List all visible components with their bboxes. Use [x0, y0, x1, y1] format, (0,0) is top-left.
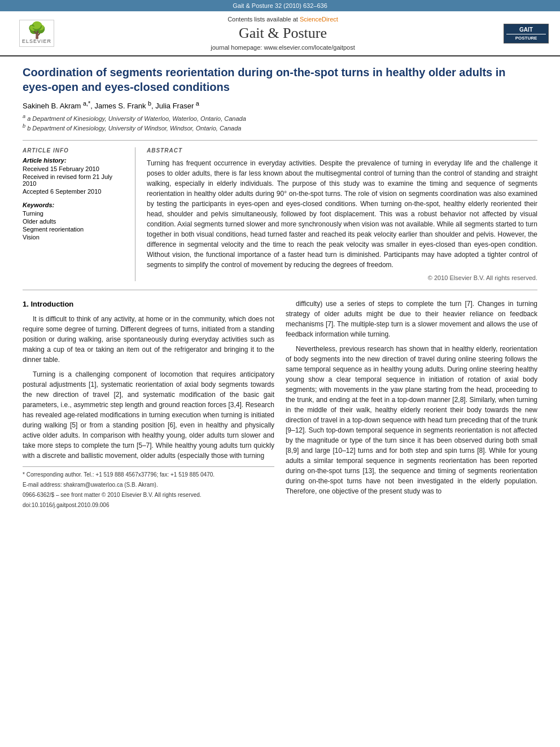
sciencedirect-line: Contents lists available at ScienceDirec… — [62, 16, 504, 23]
keyword-3: Segment reorientation — [23, 226, 126, 233]
copyright-line: © 2010 Elsevier B.V. All rights reserved… — [147, 274, 537, 281]
affiliations: a a Department of Kinesiology, Universit… — [23, 113, 537, 131]
body-para-1: It is difficult to think of any activity… — [23, 314, 274, 365]
homepage-text: journal homepage: www.elsevier.com/locat… — [211, 44, 355, 51]
body-columns: 1. Introduction It is difficult to think… — [23, 299, 537, 512]
journal-homepage: journal homepage: www.elsevier.com/locat… — [62, 44, 504, 51]
article-info-title: Article Info — [23, 147, 126, 154]
keywords-label: Keywords: — [23, 202, 126, 208]
keyword-2: Older adults — [23, 218, 126, 225]
received-date: Received 15 February 2010 — [23, 165, 126, 172]
keywords-section: Keywords: Turning Older adults Segment r… — [23, 202, 126, 241]
abstract-title: Abstract — [147, 147, 537, 154]
journal-title: Gait & Posture — [62, 25, 504, 42]
article-info: Article Info Article history: Received 1… — [23, 147, 135, 281]
journal-header-center: Contents lists available at ScienceDirec… — [62, 16, 504, 51]
affil-sup-label-b: b — [23, 123, 25, 129]
gait-logo-bottom: POSTURE — [515, 36, 537, 41]
footer-notes: * Corresponding author. Tel.: +1 519 888… — [23, 466, 274, 509]
body-para-2: Turning is a challenging component of lo… — [23, 369, 274, 461]
elsevier-logo: 🌳 ELSEVIER — [11, 20, 62, 47]
sciencedirect-label: Contents lists available at — [228, 16, 298, 23]
affil-a-text: a Department of Kinesiology, University … — [27, 115, 246, 122]
authors-line: Sakineh B. Akram a,*, James S. Frank b, … — [23, 100, 537, 110]
keyword-4: Vision — [23, 234, 126, 241]
body-right-column: difficulty) use a series of steps to com… — [286, 299, 537, 512]
article-info-abstract: Article Info Article history: Received 1… — [23, 140, 537, 281]
footnote-email: E-mail address: shakram@uwaterloo.ca (S.… — [23, 480, 274, 489]
journal-header: 🌳 ELSEVIER Contents lists available at S… — [0, 11, 560, 56]
body-para-4: Nevertheless, previous research has show… — [286, 344, 537, 496]
gait-posture-logo: GAIT POSTURE — [504, 24, 549, 43]
sciencedirect-link[interactable]: ScienceDirect — [300, 16, 338, 23]
affil-sup-label-a: a — [23, 113, 25, 119]
elsevier-label: ELSEVIER — [22, 38, 51, 44]
abstract-section: Abstract Turning has frequent occurrence… — [147, 147, 537, 281]
body-left-column: 1. Introduction It is difficult to think… — [23, 299, 274, 512]
article-title: Coordination of segments reorientation d… — [23, 65, 537, 94]
journal-banner: Gait & Posture 32 (2010) 632–636 — [0, 0, 560, 11]
revised-date: Received in revised form 21 July 2010 — [23, 173, 126, 187]
keyword-1: Turning — [23, 210, 126, 217]
affil-sup-b: b — [148, 100, 151, 107]
banner-text: Gait & Posture 32 (2010) 632–636 — [233, 2, 327, 9]
accepted-date: Accepted 6 September 2010 — [23, 188, 126, 195]
affil-b-text: b Department of Kinesiology, University … — [27, 125, 241, 132]
history-label: Article history: — [23, 157, 126, 164]
affiliation-b: b b Department of Kinesiology, Universit… — [23, 123, 537, 132]
abstract-text: Turning has frequent occurrence in every… — [147, 158, 537, 270]
affiliation-a: a a Department of Kinesiology, Universit… — [23, 113, 537, 122]
affil-sup-a: a,* — [83, 100, 90, 107]
footer-issn: 0966-6362/$ – see front matter © 2010 El… — [23, 491, 274, 499]
section-divider — [23, 290, 537, 290]
gait-logo-top: GAIT — [506, 27, 546, 34]
footnote-star: * Corresponding author. Tel.: +1 519 888… — [23, 470, 274, 479]
footer-doi: doi:10.1016/j.gaitpost.2010.09.006 — [23, 501, 274, 509]
section1-heading: 1. Introduction — [23, 299, 274, 310]
authors-text: Sakineh B. Akram a,*, James S. Frank b, … — [23, 102, 199, 110]
elsevier-tree-icon: 🌳 — [27, 23, 47, 38]
body-para-3: difficulty) use a series of steps to com… — [286, 299, 537, 339]
main-content: Coordination of segments reorientation d… — [0, 56, 560, 519]
affil-sup-a2: a — [196, 100, 199, 107]
